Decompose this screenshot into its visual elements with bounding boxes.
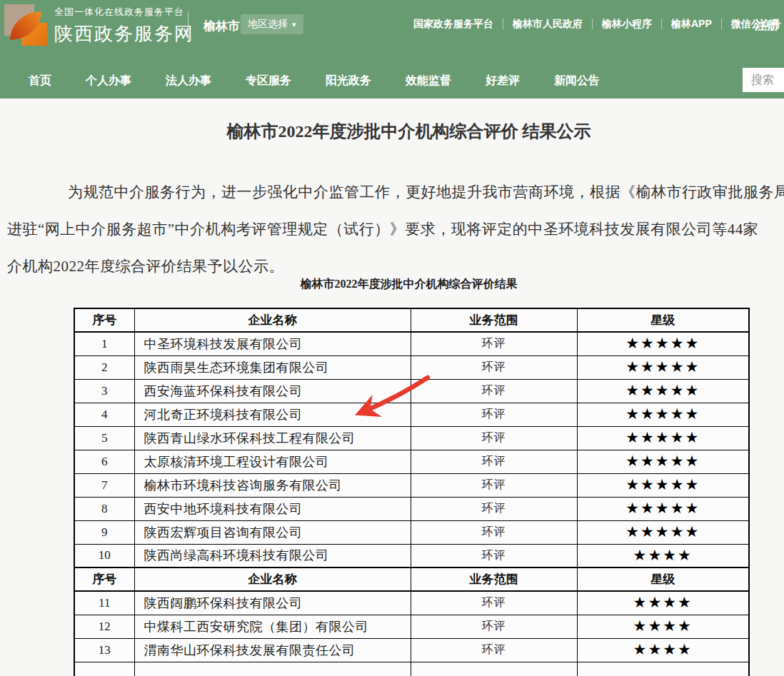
column-header: 企业名称	[134, 567, 411, 591]
table-row: 8西安中地环境科技有限公司环评★★★★★	[74, 497, 749, 520]
table-row: 5陕西青山绿水环保科技工程有限公司环评★★★★★	[74, 426, 749, 450]
table-row	[74, 662, 749, 676]
nav-item[interactable]: 效能监督	[406, 74, 451, 89]
site-logo[interactable]	[4, 3, 46, 44]
table-row: 7榆林市环境科技咨询服务有限公司环评★★★★★	[74, 473, 749, 497]
cell-scope: 环评	[411, 591, 577, 615]
cell-no: 8	[74, 497, 134, 520]
table-row: 1中圣环境科技发展有限公司环评★★★★★	[74, 332, 749, 355]
cell-no: 1	[74, 332, 134, 355]
table-header-row: 序号企业名称业务范围星级	[74, 567, 749, 591]
header-links: 国家政务服务平台榆林市人民政府榆林小程序榆林APP微信公众号	[404, 19, 784, 29]
cell-stars: ★★★★★	[577, 332, 749, 355]
cell-name: 河北奇正环境科技有限公司	[134, 403, 411, 426]
column-header: 序号	[74, 567, 134, 591]
column-header: 业务范围	[411, 567, 577, 591]
cell-empty	[134, 662, 411, 676]
table-row: 2陕西雨昊生态环境集团有限公司环评★★★★★	[74, 355, 749, 379]
cell-stars: ★★★★	[577, 591, 749, 615]
table-row: 13渭南华山环保科技发展有限责任公司环评★★★★	[74, 638, 749, 662]
cell-scope: 环评	[411, 450, 577, 473]
register-link[interactable]: 注册	[755, 17, 779, 34]
cell-empty	[577, 662, 749, 676]
cell-scope: 环评	[411, 403, 577, 426]
cell-scope: 环评	[411, 426, 577, 450]
header-link[interactable]: 榆林APP	[662, 19, 722, 29]
cell-no: 2	[74, 355, 134, 379]
nav-item[interactable]: 专区服务	[246, 74, 291, 89]
cell-stars: ★★★★★	[577, 355, 749, 379]
table-row: 10陕西尚绿高科环境科技有限公司环评★★★★	[74, 544, 749, 567]
column-header: 星级	[577, 567, 749, 591]
paragraph-line: 进驻“网上中介服务超市”中介机构考评管理规定（试行）》要求，现将评定的中圣环境科…	[7, 219, 758, 239]
cell-scope: 环评	[411, 638, 577, 662]
search-box	[743, 68, 784, 92]
cell-no: 10	[74, 544, 134, 567]
chevron-down-icon: ▾	[292, 21, 296, 29]
cell-scope: 环评	[411, 615, 577, 638]
cell-no: 13	[74, 638, 134, 662]
cell-name: 陕西宏辉项目咨询有限公司	[134, 520, 411, 544]
header-link[interactable]: 国家政务服务平台	[404, 19, 503, 29]
cell-name: 西安中地环境科技有限公司	[134, 497, 411, 520]
article: 榆林市2022年度涉批中介机构综合评价 结果公示 为规范中介服务行为，进一步强化…	[0, 99, 784, 676]
cell-no: 12	[74, 615, 134, 638]
cell-scope: 环评	[411, 544, 577, 567]
cell-no: 5	[74, 426, 134, 450]
table-row: 6太原核清环境工程设计有限公司环评★★★★★	[74, 450, 749, 473]
cell-no: 9	[74, 520, 134, 544]
cell-stars: ★★★★★	[577, 450, 749, 473]
cell-name: 陕西尚绿高科环境科技有限公司	[134, 544, 411, 567]
nav-item[interactable]: 新闻公告	[554, 74, 600, 89]
paragraph-line: 介机构2022年度综合评价结果予以公示。	[7, 256, 284, 276]
cell-no: 6	[74, 450, 134, 473]
cell-no: 11	[74, 591, 134, 615]
table-row: 11陕西阔鹏环保科技有限公司环评★★★★	[74, 591, 749, 615]
site-brand[interactable]: 全国一体化在线政务服务平台 陕西政务服务网	[54, 6, 194, 46]
cell-name: 中圣环境科技发展有限公司	[134, 332, 411, 355]
table-header-row: 序号企业名称业务范围星级	[74, 308, 749, 332]
cell-stars: ★★★★★	[577, 379, 749, 403]
paragraph-line: 为规范中介服务行为，进一步强化中介监管工作，更好地提升我市营商环境，根据《榆林市…	[68, 182, 784, 202]
table-row: 4河北奇正环境科技有限公司环评★★★★★	[74, 403, 749, 426]
cell-name: 渭南华山环保科技发展有限责任公司	[134, 638, 411, 662]
cell-stars: ★★★★	[577, 544, 749, 567]
region-selector-label: 地区选择	[248, 18, 288, 31]
header-link[interactable]: 榆林小程序	[593, 19, 662, 29]
site-title: 陕西政务服务网	[54, 21, 194, 46]
nav-item[interactable]: 个人办事	[86, 74, 131, 89]
cell-name: 太原核清环境工程设计有限公司	[134, 450, 411, 473]
cell-name: 陕西阔鹏环保科技有限公司	[134, 591, 411, 615]
cell-stars: ★★★★★	[577, 403, 749, 426]
cell-scope: 环评	[411, 379, 577, 403]
cell-no: 3	[74, 379, 134, 403]
cell-scope: 环评	[411, 355, 577, 379]
cell-no: 4	[74, 403, 134, 426]
cell-stars: ★★★★★	[577, 426, 749, 450]
cell-name: 陕西青山绿水环保科技工程有限公司	[134, 426, 411, 450]
cell-scope: 环评	[411, 520, 577, 544]
table-row: 3西安海蓝环保科技有限公司环评★★★★★	[74, 379, 749, 403]
site-header: 全国一体化在线政务服务平台 陕西政务服务网 榆林市 地区选择 ▾ 国家政务服务平…	[0, 0, 784, 63]
column-header: 星级	[577, 308, 749, 332]
cell-empty	[411, 662, 577, 676]
cell-stars: ★★★★★	[577, 497, 749, 520]
column-header: 序号	[74, 308, 134, 332]
cell-name: 榆林市环境科技咨询服务有限公司	[134, 473, 411, 497]
nav-item[interactable]: 首页	[29, 74, 51, 89]
nav-item[interactable]: 阳光政务	[326, 74, 371, 89]
nav-item[interactable]: 好差评	[486, 74, 520, 89]
header-link[interactable]: 榆林市人民政府	[503, 19, 593, 29]
search-input[interactable]	[743, 68, 784, 92]
region-selector-button[interactable]: 地区选择 ▾	[241, 14, 303, 34]
current-city-label: 榆林市	[203, 18, 240, 34]
table-row: 9陕西宏辉项目咨询有限公司环评★★★★★	[74, 520, 749, 544]
main-nav: 首页个人办事法人办事专区服务阳光政务效能监督好差评新闻公告	[0, 63, 784, 99]
cell-scope: 环评	[411, 332, 577, 355]
cell-stars: ★★★★★	[577, 520, 749, 544]
cell-scope: 环评	[411, 497, 577, 520]
header-divider	[188, 11, 189, 40]
cell-name: 陕西雨昊生态环境集团有限公司	[134, 355, 411, 379]
nav-item[interactable]: 法人办事	[166, 74, 211, 89]
platform-tagline: 全国一体化在线政务服务平台	[54, 6, 194, 19]
